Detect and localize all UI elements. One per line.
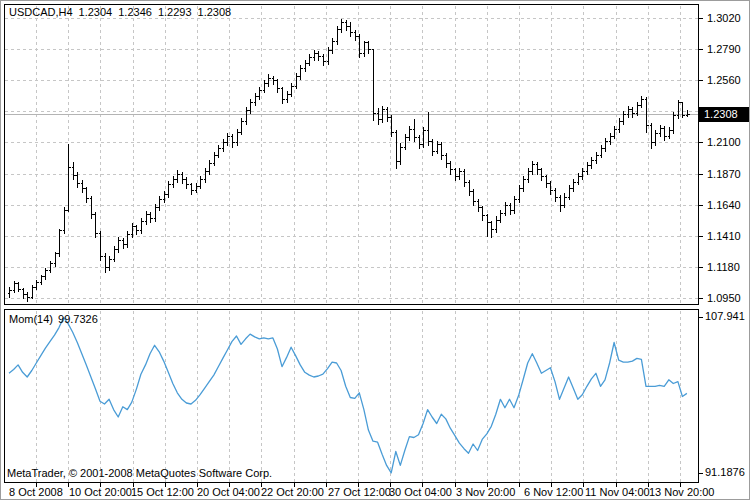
time-axis-label: 27 Oct 12:00 — [328, 486, 391, 499]
quote-high: 1.2346 — [118, 6, 152, 18]
price-axis-label: 1.0950 — [707, 292, 741, 305]
price-axis-label: 1.1640 — [707, 199, 741, 212]
chart-canvas[interactable] — [1, 1, 750, 500]
price-axis-label: 1.1870 — [707, 168, 741, 181]
price-axis-label: 1.2100 — [707, 136, 741, 149]
quote-open: 1.2304 — [79, 6, 113, 18]
indicator-name: Mom(14) — [9, 313, 53, 325]
time-axis-label: 6 Nov 12:00 — [524, 486, 583, 499]
quote-close: 1.2308 — [198, 6, 232, 18]
time-axis-label: 10 Oct 20:00 — [69, 486, 132, 499]
price-axis-label: 1.1180 — [707, 261, 740, 274]
time-axis-label: 30 Oct 04:00 — [389, 486, 452, 499]
price-axis-label: 1.1410 — [707, 230, 741, 243]
current-price-badge: 1.2308 — [699, 107, 749, 122]
quote-low: 1.2293 — [158, 6, 192, 18]
indicator-value: 99.7326 — [58, 313, 98, 325]
price-axis-label: 1.2560 — [707, 74, 741, 87]
chart-header: USDCAD,H41.23041.23461.22931.2308 — [9, 6, 237, 18]
time-axis-label: 3 Nov 20:00 — [456, 486, 515, 499]
price-axis-label: 1.3020 — [707, 12, 741, 25]
price-axis-label: 1.2790 — [707, 43, 741, 56]
symbol-period-label: USDCAD,H4 — [9, 6, 73, 18]
time-axis-label: 15 Oct 12:00 — [131, 486, 194, 499]
metatrader-chart-window: USDCAD,H41.23041.23461.22931.2308 Mom(14… — [0, 0, 750, 500]
time-axis-label: 11 Nov 04:00 — [585, 486, 650, 499]
momentum-axis-min-label: 91.1876 — [705, 466, 745, 479]
time-axis-label: 13 Nov 20:00 — [649, 486, 714, 499]
credit-line: MetaTrader, © 2001-2008 MetaQuotes Softw… — [7, 467, 272, 479]
time-axis-label: 8 Oct 2008 — [9, 486, 63, 499]
time-axis-label: 22 Oct 20:00 — [261, 486, 324, 499]
indicator-label: Mom(14)99.7326 — [9, 313, 103, 325]
momentum-axis-max-label: 107.941 — [705, 310, 745, 323]
time-axis-label: 20 Oct 04:00 — [197, 486, 260, 499]
